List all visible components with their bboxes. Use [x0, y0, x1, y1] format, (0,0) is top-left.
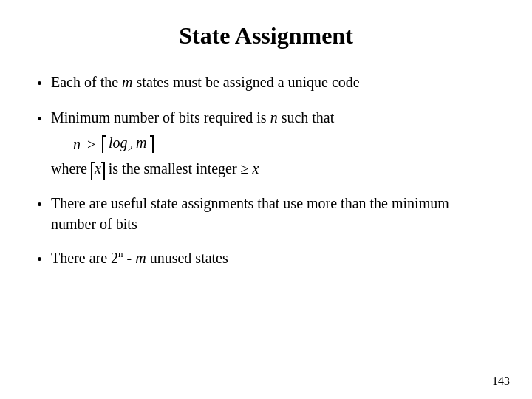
math-n: n — [73, 134, 81, 154]
bullet-content-2: Minimum number of bits required is n suc… — [51, 107, 495, 180]
slide-title: State Assignment — [37, 22, 495, 50]
bullet-item-3: • There are useful state assignments tha… — [37, 193, 495, 234]
ceiling-right-x — [101, 162, 105, 180]
bullet-dot-4: • — [37, 249, 42, 270]
bullet-text-4: There are 2n - m unused states — [51, 248, 495, 268]
bullet-dot-1: • — [37, 73, 42, 94]
bullet-item-1: • Each of the m states must be assigned … — [37, 72, 495, 94]
slide-container: State Assignment • Each of the m states … — [0, 0, 532, 399]
math-geq: ≥ — [83, 134, 99, 154]
bullet-item-2: • Minimum number of bits required is n s… — [37, 107, 495, 180]
where-line: where x is the smallest integer ≥ x — [51, 158, 495, 179]
math-log: log2 m — [109, 132, 147, 155]
ceiling-left-outer — [102, 135, 106, 153]
bullet-content-3: There are useful state assignments that … — [51, 193, 495, 234]
ceiling-right-outer — [150, 135, 154, 153]
page-number: 143 — [492, 375, 510, 388]
bullet-content-1: Each of the m states must be assigned a … — [51, 72, 495, 92]
bullet-list: • Each of the m states must be assigned … — [37, 72, 495, 283]
bullet-content-4: There are 2n - m unused states — [51, 248, 495, 268]
bullet-dot-2: • — [37, 109, 42, 129]
bullet-dot-3: • — [37, 194, 42, 215]
bullet-text-2: Minimum number of bits required is n suc… — [51, 107, 495, 128]
bullet-item-4: • There are 2n - m unused states — [37, 248, 495, 270]
bullet-text-1: Each of the m states must be assigned a … — [51, 72, 495, 92]
math-formula: n ≥ log2 m — [73, 132, 495, 155]
bullet-text-3: There are useful state assignments that … — [51, 193, 495, 234]
